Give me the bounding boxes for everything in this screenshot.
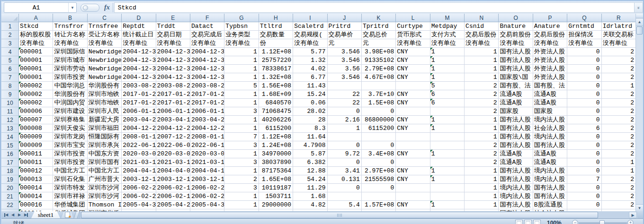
cell-P9[interactable]: 流通A股 (533, 90, 567, 99)
cell-G18[interactable]: 1 (224, 167, 259, 175)
cell-L5[interactable]: CNY (396, 56, 430, 65)
cell-R1[interactable]: Idrlatrd (602, 22, 636, 31)
cell-K7[interactable]: 4.67E+08 (362, 73, 396, 82)
column-header-J[interactable]: J (328, 14, 362, 22)
cell-O22[interactable]: 国有法人股 (499, 201, 533, 209)
cell-L7[interactable]: CNY (396, 73, 430, 82)
cell-J22[interactable]: 5.4 (328, 201, 362, 209)
cell-O3[interactable]: 没有单位 (499, 39, 533, 48)
cell-A19[interactable]: 000013 (19, 175, 53, 184)
cell-O9[interactable]: 流通A股 (499, 90, 533, 99)
cell-L15[interactable] (396, 141, 430, 150)
cell-L16[interactable]: CNY (396, 150, 430, 158)
cell-B11[interactable]: 深圳市建设 (53, 107, 87, 116)
cell-R8[interactable]: 1 (602, 82, 636, 90)
cell-H7[interactable]: 1.32E+08 (259, 73, 293, 82)
cell-N21[interactable]: 1 (465, 192, 499, 201)
cell-G8[interactable]: 5 (224, 82, 259, 90)
cell-O20[interactable]: 境内法人股 (499, 184, 533, 192)
column-header-B[interactable]: B (53, 14, 87, 22)
cell-E20[interactable]: 2006-02-1 (156, 184, 190, 192)
cell-I9[interactable]: 15.24 (293, 90, 327, 99)
cell-E17[interactable]: 2021-03-1 (156, 158, 190, 167)
cell-F6[interactable]: 2004-12-3 (190, 65, 224, 73)
cell-G15[interactable]: 3 (224, 141, 259, 150)
cell-A13[interactable]: 000008 (19, 124, 53, 133)
cell-K22[interactable]: 1.57E+08 (362, 201, 396, 209)
cell-K18[interactable]: 2.97E+08 (362, 167, 396, 175)
cell-A20[interactable]: 000014 (19, 184, 53, 192)
cell-G22[interactable]: 1 (224, 201, 259, 209)
cell-I14[interactable]: 11.64 (293, 133, 327, 141)
cell-A4[interactable]: 000001 (19, 48, 53, 56)
cell-A22[interactable]: 000016 (19, 201, 53, 209)
cell-N17[interactable]: 2 (465, 158, 499, 167)
cell-P5[interactable]: 外资法人股 (533, 56, 567, 65)
name-box[interactable]: A1 ▼ (4, 2, 77, 13)
cell-A16[interactable]: 000011 (19, 150, 53, 158)
cell-A10[interactable]: 000002 (19, 99, 53, 107)
cell-I16[interactable]: 5.87 (293, 150, 327, 158)
cell-C6[interactable]: Newbridge (88, 65, 122, 73)
cell-P7[interactable]: 外资法人股 (533, 73, 567, 82)
row-header-10[interactable]: 10 (1, 99, 19, 107)
cell-O2[interactable]: 交易前股份 (499, 31, 533, 39)
cell-O7[interactable]: 国家股\国 (499, 73, 533, 82)
cell-O1[interactable]: Bnature (499, 22, 533, 31)
cell-B8[interactable]: 中国华润总 (53, 82, 87, 90)
cell-Q1[interactable]: Grntmtd (567, 22, 601, 31)
cell-C15[interactable]: 深圳市承兴 (88, 141, 122, 150)
cell-M5[interactable]: 1 (430, 56, 465, 65)
cell-H8[interactable]: 1.56E+08 (259, 82, 293, 90)
cell-M4[interactable]: 1 (430, 48, 465, 56)
cell-C21[interactable]: 深圳市沙河 (88, 192, 122, 201)
cell-E2[interactable]: 交易日期 (156, 31, 190, 39)
cell-H3[interactable]: 份 (259, 39, 293, 48)
cell-K9[interactable]: 3.7E+10 (362, 90, 396, 99)
cell-F15[interactable]: 2022-06-1 (190, 141, 224, 150)
cell-P18[interactable]: 境内法人股 (533, 167, 567, 175)
expand-formula-bar-button[interactable]: « (634, 2, 643, 13)
column-header-L[interactable]: L (396, 14, 430, 22)
cell-G2[interactable]: 业务类型 (224, 31, 259, 39)
column-header-F[interactable]: F (190, 14, 224, 22)
cell-O4[interactable]: 国有法人股 (499, 48, 533, 56)
cell-I6[interactable]: 4.02 (293, 65, 327, 73)
cell-G12[interactable]: 1 (224, 116, 259, 124)
horizontal-scrollbar-thumb[interactable] (81, 212, 598, 218)
cell-H21[interactable]: 1503711 (259, 192, 293, 201)
cell-C16[interactable]: 中国东方资 (88, 150, 122, 158)
cell-L8[interactable] (396, 82, 430, 90)
column-header-M[interactable]: M (430, 14, 465, 22)
cell-E21[interactable]: 2006-02-1 (156, 192, 190, 201)
cell-C20[interactable]: 深圳市沙河 (88, 184, 122, 192)
cell-J21[interactable] (328, 192, 362, 201)
cell-D4[interactable]: 2004-12-3 (122, 48, 156, 56)
cell-R13[interactable]: 2 (602, 124, 636, 133)
cell-Q11[interactable]: 0 (567, 107, 601, 116)
cell-I20[interactable]: 11.29 (293, 184, 327, 192)
cell-R9[interactable]: 2 (602, 90, 636, 99)
cell-H13[interactable]: 6115200 (259, 124, 293, 133)
cell-M14[interactable] (430, 133, 465, 141)
cell-M6[interactable]: 1 (430, 65, 465, 73)
cell-N20[interactable]: 1 (465, 184, 499, 192)
column-header-G[interactable]: G (224, 14, 259, 22)
cell-C1[interactable]: Trnsfree (88, 22, 122, 31)
row-header-5[interactable]: 5 (1, 56, 19, 65)
cell-L9[interactable]: CNY (396, 90, 430, 99)
cell-P10[interactable]: 流通A股 (533, 99, 567, 107)
cell-K5[interactable]: 91335102 (362, 56, 396, 65)
cell-M10[interactable]: 6 (430, 99, 465, 107)
cell-C19[interactable]: 广州市普大 (88, 175, 122, 184)
cell-N19[interactable]: 1 (465, 175, 499, 184)
scroll-up-arrow-icon[interactable]: ▲ (636, 18, 643, 26)
cell-B16[interactable]: 深圳市投资 (53, 150, 87, 158)
cell-G4[interactable]: 1 (224, 48, 259, 56)
cell-P8[interactable]: 国有股、法 (533, 82, 567, 90)
cell-B10[interactable]: 中润国内贸 (53, 99, 87, 107)
cell-F1[interactable]: Datact (190, 22, 224, 31)
cell-I22[interactable]: 4.82 (293, 201, 327, 209)
cell-Q9[interactable]: 0 (567, 90, 601, 99)
cell-A2[interactable]: 标的股权股 (19, 31, 53, 39)
